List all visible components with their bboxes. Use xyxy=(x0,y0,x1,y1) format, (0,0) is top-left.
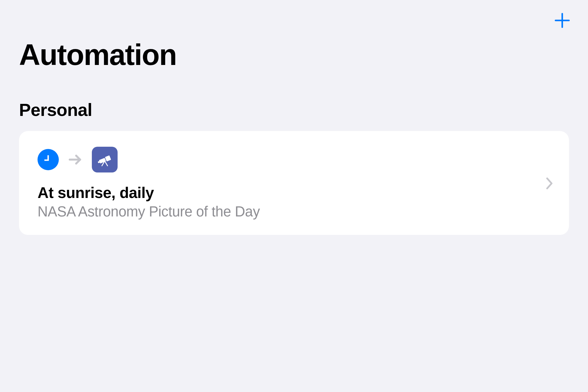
automation-subtitle: NASA Astronomy Picture of the Day xyxy=(38,203,542,220)
arrow-right-icon xyxy=(68,154,82,165)
chevron-right-icon xyxy=(542,177,553,190)
svg-line-7 xyxy=(105,161,108,166)
automation-icon-row xyxy=(38,147,542,172)
top-bar xyxy=(0,0,588,30)
plus-icon xyxy=(555,13,570,29)
automation-title: At sunrise, daily xyxy=(38,184,542,202)
automation-content: At sunrise, daily NASA Astronomy Picture… xyxy=(38,147,542,220)
page-title: Automation xyxy=(0,30,588,72)
add-button[interactable] xyxy=(553,12,571,30)
section-title-personal: Personal xyxy=(0,72,588,120)
telescope-icon xyxy=(92,147,118,172)
svg-rect-4 xyxy=(105,155,111,162)
automation-card[interactable]: At sunrise, daily NASA Astronomy Picture… xyxy=(19,131,569,235)
automation-list: At sunrise, daily NASA Astronomy Picture… xyxy=(0,120,588,235)
clock-icon xyxy=(38,149,59,170)
